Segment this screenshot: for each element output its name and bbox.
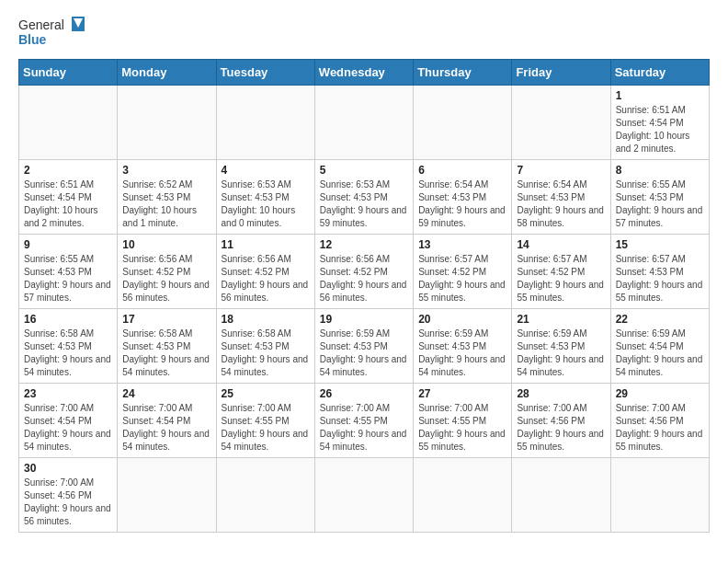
calendar-cell: 25Sunrise: 7:00 AM Sunset: 4:55 PM Dayli… <box>216 384 314 458</box>
calendar-week-row: 23Sunrise: 7:00 AM Sunset: 4:54 PM Dayli… <box>19 384 710 458</box>
calendar-cell: 5Sunrise: 6:53 AM Sunset: 4:53 PM Daylig… <box>314 160 413 235</box>
calendar-cell: 1Sunrise: 6:51 AM Sunset: 4:54 PM Daylig… <box>610 86 709 160</box>
day-info: Sunrise: 6:59 AM Sunset: 4:53 PM Dayligh… <box>418 327 506 379</box>
calendar-cell: 28Sunrise: 7:00 AM Sunset: 4:56 PM Dayli… <box>512 384 610 458</box>
day-info: Sunrise: 6:56 AM Sunset: 4:52 PM Dayligh… <box>222 253 310 304</box>
calendar-cell <box>512 458 610 533</box>
day-info: Sunrise: 6:59 AM Sunset: 4:53 PM Dayligh… <box>517 327 605 379</box>
calendar-cell: 21Sunrise: 6:59 AM Sunset: 4:53 PM Dayli… <box>512 309 610 384</box>
calendar-cell: 18Sunrise: 6:58 AM Sunset: 4:53 PM Dayli… <box>216 309 314 384</box>
day-number: 26 <box>320 387 408 400</box>
calendar-cell <box>216 86 314 160</box>
calendar-cell: 20Sunrise: 6:59 AM Sunset: 4:53 PM Dayli… <box>414 309 512 384</box>
calendar-cell: 13Sunrise: 6:57 AM Sunset: 4:52 PM Dayli… <box>414 235 512 309</box>
calendar-week-row: 2Sunrise: 6:51 AM Sunset: 4:54 PM Daylig… <box>19 160 710 235</box>
day-info: Sunrise: 6:54 AM Sunset: 4:53 PM Dayligh… <box>418 178 506 230</box>
day-number: 9 <box>24 238 112 251</box>
calendar-cell: 12Sunrise: 6:56 AM Sunset: 4:52 PM Dayli… <box>314 235 413 309</box>
day-number: 14 <box>517 238 605 251</box>
calendar-table: SundayMondayTuesdayWednesdayThursdayFrid… <box>18 59 710 533</box>
day-info: Sunrise: 6:54 AM Sunset: 4:53 PM Dayligh… <box>517 178 605 230</box>
day-number: 3 <box>122 164 210 177</box>
day-number: 29 <box>616 387 704 400</box>
day-info: Sunrise: 6:55 AM Sunset: 4:53 PM Dayligh… <box>24 253 112 304</box>
calendar-cell <box>314 86 413 160</box>
day-number: 13 <box>418 238 506 251</box>
day-number: 21 <box>517 313 605 326</box>
day-number: 5 <box>320 164 408 177</box>
day-info: Sunrise: 6:57 AM Sunset: 4:53 PM Dayligh… <box>616 253 704 304</box>
day-info: Sunrise: 7:00 AM Sunset: 4:54 PM Dayligh… <box>122 402 210 454</box>
day-info: Sunrise: 7:00 AM Sunset: 4:55 PM Dayligh… <box>222 402 310 454</box>
day-info: Sunrise: 6:56 AM Sunset: 4:52 PM Dayligh… <box>320 253 408 304</box>
day-info: Sunrise: 7:00 AM Sunset: 4:56 PM Dayligh… <box>24 477 112 528</box>
calendar-cell: 23Sunrise: 7:00 AM Sunset: 4:54 PM Dayli… <box>19 384 118 458</box>
calendar-cell: 11Sunrise: 6:56 AM Sunset: 4:52 PM Dayli… <box>216 235 314 309</box>
day-number: 15 <box>616 238 704 251</box>
calendar-week-row: 9Sunrise: 6:55 AM Sunset: 4:53 PM Daylig… <box>19 235 710 309</box>
day-number: 23 <box>24 387 112 400</box>
calendar-cell: 15Sunrise: 6:57 AM Sunset: 4:53 PM Dayli… <box>610 235 709 309</box>
calendar-cell: 9Sunrise: 6:55 AM Sunset: 4:53 PM Daylig… <box>19 235 118 309</box>
calendar-week-row: 1Sunrise: 6:51 AM Sunset: 4:54 PM Daylig… <box>19 86 710 160</box>
calendar-cell: 24Sunrise: 7:00 AM Sunset: 4:54 PM Dayli… <box>118 384 216 458</box>
calendar-cell: 10Sunrise: 6:56 AM Sunset: 4:52 PM Dayli… <box>118 235 216 309</box>
calendar-cell: 4Sunrise: 6:53 AM Sunset: 4:53 PM Daylig… <box>216 160 314 235</box>
day-number: 12 <box>320 238 408 251</box>
day-number: 22 <box>616 313 704 326</box>
calendar-cell: 7Sunrise: 6:54 AM Sunset: 4:53 PM Daylig… <box>512 160 610 235</box>
day-info: Sunrise: 6:57 AM Sunset: 4:52 PM Dayligh… <box>517 253 605 304</box>
day-number: 7 <box>517 164 605 177</box>
day-number: 19 <box>320 313 408 326</box>
day-info: Sunrise: 6:59 AM Sunset: 4:54 PM Dayligh… <box>616 327 704 379</box>
calendar-cell: 14Sunrise: 6:57 AM Sunset: 4:52 PM Dayli… <box>512 235 610 309</box>
header: GeneralBlue <box>18 15 710 52</box>
day-info: Sunrise: 6:58 AM Sunset: 4:53 PM Dayligh… <box>222 327 310 379</box>
weekday-header-sunday: Sunday <box>19 60 118 86</box>
day-number: 30 <box>24 462 112 475</box>
weekday-header-wednesday: Wednesday <box>314 60 413 86</box>
calendar-cell <box>314 458 413 533</box>
day-info: Sunrise: 6:53 AM Sunset: 4:53 PM Dayligh… <box>222 178 310 230</box>
day-number: 8 <box>616 164 704 177</box>
day-info: Sunrise: 6:55 AM Sunset: 4:53 PM Dayligh… <box>616 178 704 230</box>
generalblue-logo-icon: GeneralBlue <box>18 15 92 52</box>
day-number: 11 <box>222 238 310 251</box>
calendar-cell <box>414 458 512 533</box>
weekday-header-saturday: Saturday <box>610 60 709 86</box>
day-number: 28 <box>517 387 605 400</box>
day-number: 10 <box>122 238 210 251</box>
day-info: Sunrise: 7:00 AM Sunset: 4:56 PM Dayligh… <box>517 402 605 454</box>
day-info: Sunrise: 6:51 AM Sunset: 4:54 PM Dayligh… <box>616 104 704 155</box>
calendar-cell <box>512 86 610 160</box>
svg-text:General: General <box>18 17 64 32</box>
day-info: Sunrise: 6:52 AM Sunset: 4:53 PM Dayligh… <box>122 178 210 230</box>
weekday-header-thursday: Thursday <box>414 60 512 86</box>
day-number: 2 <box>24 164 112 177</box>
day-info: Sunrise: 6:58 AM Sunset: 4:53 PM Dayligh… <box>122 327 210 379</box>
calendar-cell: 6Sunrise: 6:54 AM Sunset: 4:53 PM Daylig… <box>414 160 512 235</box>
calendar-cell: 19Sunrise: 6:59 AM Sunset: 4:53 PM Dayli… <box>314 309 413 384</box>
day-info: Sunrise: 7:00 AM Sunset: 4:56 PM Dayligh… <box>616 402 704 454</box>
day-info: Sunrise: 6:59 AM Sunset: 4:53 PM Dayligh… <box>320 327 408 379</box>
day-info: Sunrise: 6:58 AM Sunset: 4:53 PM Dayligh… <box>24 327 112 379</box>
day-number: 16 <box>24 313 112 326</box>
day-info: Sunrise: 6:56 AM Sunset: 4:52 PM Dayligh… <box>122 253 210 304</box>
day-info: Sunrise: 6:57 AM Sunset: 4:52 PM Dayligh… <box>418 253 506 304</box>
calendar-cell: 17Sunrise: 6:58 AM Sunset: 4:53 PM Dayli… <box>118 309 216 384</box>
day-number: 17 <box>122 313 210 326</box>
calendar-cell <box>610 458 709 533</box>
svg-text:Blue: Blue <box>18 32 47 47</box>
calendar-cell: 30Sunrise: 7:00 AM Sunset: 4:56 PM Dayli… <box>19 458 118 533</box>
calendar-cell <box>414 86 512 160</box>
calendar-cell: 3Sunrise: 6:52 AM Sunset: 4:53 PM Daylig… <box>118 160 216 235</box>
day-number: 6 <box>418 164 506 177</box>
weekday-header-row: SundayMondayTuesdayWednesdayThursdayFrid… <box>19 60 710 86</box>
calendar-cell <box>19 86 118 160</box>
calendar-cell: 26Sunrise: 7:00 AM Sunset: 4:55 PM Dayli… <box>314 384 413 458</box>
day-number: 1 <box>616 89 704 102</box>
calendar-cell <box>118 458 216 533</box>
day-number: 4 <box>222 164 310 177</box>
calendar-cell <box>118 86 216 160</box>
day-number: 24 <box>122 387 210 400</box>
